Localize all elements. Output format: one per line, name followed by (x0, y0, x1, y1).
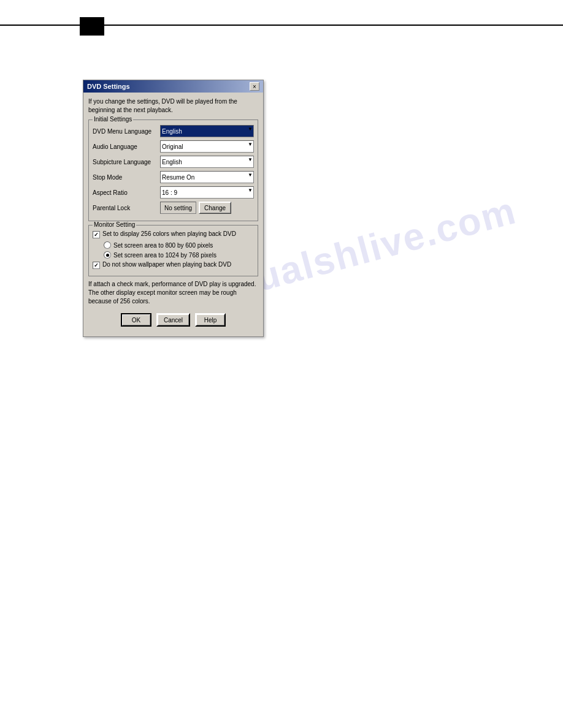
audio-language-control[interactable]: Original English (160, 140, 254, 153)
radio-800-label: Set screen area to 800 by 600 pixels (113, 242, 213, 249)
parental-lock-controls: No setting Change (160, 202, 231, 214)
dvd-menu-language-row: DVD Menu Language English French German (93, 125, 254, 137)
help-button[interactable]: Help (195, 313, 226, 327)
aspect-ratio-control[interactable]: 16 : 9 4 : 3 Letter Box 4 : 3 Pan Scan (160, 186, 254, 199)
radio-1024[interactable] (104, 251, 111, 259)
subpicture-language-select[interactable]: English Off (160, 156, 254, 168)
dvd-menu-language-control[interactable]: English French German (160, 125, 254, 137)
subpicture-language-label: Subpicture Language (93, 159, 160, 165)
parental-lock-row: Parental Lock No setting Change (93, 202, 254, 214)
settings-grid: DVD Menu Language English French German … (93, 125, 254, 214)
dvd-menu-language-label: DVD Menu Language (93, 128, 160, 135)
checkbox-wallpaper-row: Do not show wallpaper when playing back … (93, 261, 254, 269)
dialog-footer: OK Cancel Help (88, 311, 258, 332)
checkbox-256-label: Set to display 256 colors when playing b… (102, 230, 236, 237)
dialog-titlebar: DVD Settings × (83, 80, 263, 93)
stop-mode-select[interactable]: Resume On Resume Off (160, 171, 254, 183)
dialog-body: If you change the settings, DVD will be … (83, 93, 263, 336)
dvd-settings-dialog: DVD Settings × If you change the setting… (83, 80, 264, 337)
monitor-settings-label: Monitor Setting (93, 221, 136, 228)
monitor-settings-content: Set to display 256 colors when playing b… (93, 230, 254, 269)
dvd-menu-language-select[interactable]: English French German (160, 125, 254, 137)
checkbox-wallpaper-label: Do not show wallpaper when playing back … (102, 261, 231, 268)
dialog-title: DVD Settings (87, 83, 130, 90)
radio-800-row: Set screen area to 800 by 600 pixels (104, 241, 254, 249)
info-text: If you change the settings, DVD will be … (88, 97, 258, 115)
audio-language-row: Audio Language Original English (93, 140, 254, 153)
stop-mode-control[interactable]: Resume On Resume Off (160, 171, 254, 183)
aspect-ratio-label: Aspect Ratio (93, 189, 160, 196)
checkbox-256-row: Set to display 256 colors when playing b… (93, 230, 254, 238)
stop-mode-row: Stop Mode Resume On Resume Off (93, 171, 254, 183)
cancel-button[interactable]: Cancel (156, 313, 190, 327)
ok-button[interactable]: OK (121, 313, 151, 327)
radio-800[interactable] (104, 241, 111, 249)
top-bar-black-box (80, 17, 104, 36)
audio-language-select[interactable]: Original English (160, 140, 254, 153)
parental-lock-label: Parental Lock (93, 205, 160, 211)
radio-1024-row: Set screen area to 1024 by 768 pixels (104, 251, 254, 259)
initial-settings-label: Initial Settings (93, 116, 133, 123)
note-text: If attach a check mark, performance of D… (88, 280, 258, 306)
screen-area-radio-group: Set screen area to 800 by 600 pixels Set… (104, 241, 254, 259)
subpicture-language-row: Subpicture Language English Off (93, 156, 254, 168)
stop-mode-label: Stop Mode (93, 174, 160, 181)
checkbox-wallpaper[interactable] (93, 262, 100, 269)
initial-settings-group: Initial Settings DVD Menu Language Engli… (88, 119, 258, 221)
aspect-ratio-row: Aspect Ratio 16 : 9 4 : 3 Letter Box 4 :… (93, 186, 254, 199)
aspect-ratio-select[interactable]: 16 : 9 4 : 3 Letter Box 4 : 3 Pan Scan (160, 186, 254, 199)
close-button[interactable]: × (250, 82, 259, 91)
parental-lock-value: No setting (160, 202, 196, 214)
parental-lock-change-button[interactable]: Change (199, 202, 231, 214)
checkbox-256[interactable] (93, 231, 100, 238)
subpicture-language-control[interactable]: English Off (160, 156, 254, 168)
audio-language-label: Audio Language (93, 143, 160, 150)
monitor-settings-group: Monitor Setting Set to display 256 color… (88, 225, 258, 276)
radio-1024-label: Set screen area to 1024 by 768 pixels (113, 252, 216, 259)
